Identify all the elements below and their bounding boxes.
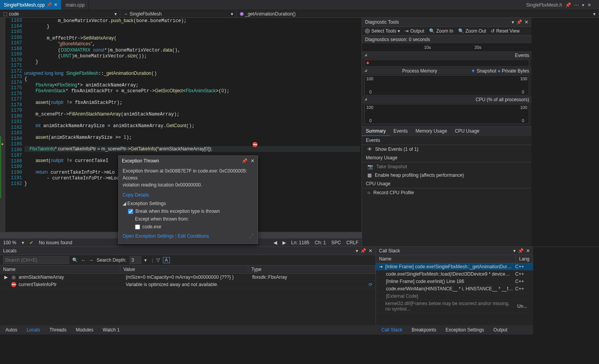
split-icon[interactable]: ⋯	[574, 2, 579, 8]
close-icon[interactable]: ✕	[525, 19, 528, 25]
col-lang[interactable]: Lang	[516, 255, 533, 263]
events-header[interactable]: Events	[362, 52, 531, 59]
eol-indicator[interactable]: CRLF	[346, 240, 358, 245]
codeexe-checkbox-row[interactable]: code.exe	[135, 223, 254, 230]
dock-icon[interactable]: ▾	[356, 248, 358, 254]
dock-icon[interactable]: ▾	[512, 19, 514, 25]
bottab-callstack[interactable]: Call Stack	[379, 326, 405, 334]
code-editor[interactable]: ➜ 1163 1164 1165 1166 1167 1168 1169 117…	[0, 18, 362, 247]
chevron-down-icon[interactable]: ▾	[114, 11, 117, 17]
close-icon[interactable]: ✕	[251, 158, 254, 164]
col-name[interactable]: Name	[0, 266, 120, 273]
bottab-output[interactable]: Output	[491, 326, 510, 334]
codeexe-checkbox[interactable]	[135, 224, 140, 229]
enable-heap-row[interactable]: ▦Enable heap profiling (affects performa…	[362, 171, 531, 179]
pin-icon[interactable]: 📌	[516, 19, 522, 25]
bottab-autos[interactable]: Autos	[3, 326, 20, 334]
diag-tab-summary[interactable]: Summary	[362, 127, 390, 136]
edit-conditions-link[interactable]: Edit Conditions	[178, 233, 209, 239]
locals-row[interactable]: ▶◎animStackNameArray{mSize=0 mCapacity=0…	[0, 274, 376, 281]
bottab-modules[interactable]: Modules	[73, 326, 95, 334]
filter-icon[interactable]: ▽	[156, 257, 160, 263]
diag-tab-events[interactable]: Events	[390, 127, 412, 136]
memory-chart[interactable]: 100 100 0 0	[364, 75, 529, 95]
open-exception-settings-link[interactable]: Open Exception Settings	[123, 233, 174, 239]
col-value[interactable]: Value	[120, 266, 248, 273]
breakpoint-margin[interactable]: ➜	[0, 18, 5, 232]
tab-singlefbxmesh-cpp[interactable]: SingleFbxMesh.cpp 📌 ✕	[0, 0, 62, 10]
pin-icon[interactable]: 📌	[47, 2, 52, 7]
pin-icon[interactable]: 📌	[518, 248, 524, 254]
dropdown-icon[interactable]: ▾	[582, 2, 584, 8]
col-type[interactable]: Type	[248, 266, 376, 273]
nav-scope[interactable]: ⬚ code ▾	[0, 10, 120, 17]
expand-icon[interactable]: ▶	[3, 274, 9, 280]
time-ruler[interactable]: 10s 20s	[362, 43, 531, 52]
prev-icon[interactable]: ←	[81, 257, 86, 263]
search-icon[interactable]: 🔍	[72, 257, 78, 263]
show-events-row[interactable]: 👁Show Events (1 of 1)	[362, 145, 531, 154]
cpu-chart[interactable]: 100 100 0 0	[364, 104, 529, 124]
next-icon[interactable]: →	[89, 257, 93, 263]
break-checkbox-row[interactable]: Break when this exception type is thrown	[128, 208, 254, 215]
zoom-out-button[interactable]: 🔍 Zoom Out	[458, 28, 486, 34]
record-cpu-row[interactable]: ○Record CPU Profile	[362, 188, 531, 197]
ch-indicator[interactable]: Ch: 1	[315, 240, 326, 245]
bottab-locals[interactable]: Locals	[24, 326, 43, 334]
ln-indicator[interactable]: Ln: 1185	[291, 240, 310, 245]
nav-prev-icon[interactable]: ◀	[274, 240, 277, 245]
tab-main-cpp[interactable]: main.cpp	[62, 0, 89, 10]
close-icon[interactable]: ✕	[369, 248, 372, 254]
nav-function[interactable]: ⬢ _getAnimationDuration() ▾	[237, 10, 599, 17]
depth-input[interactable]	[130, 256, 141, 264]
refresh-icon[interactable]: ⟳	[369, 282, 372, 287]
resize-grip-icon[interactable]: ⋰	[249, 233, 254, 240]
depth-dropdown-icon[interactable]: ▾	[144, 257, 147, 263]
output-button[interactable]: ⇥ Output	[405, 28, 424, 34]
locals-body[interactable]: ▶◎animStackNameArray{mSize=0 mCapacity=0…	[0, 274, 376, 325]
zoom-level[interactable]: 100 %	[3, 240, 16, 245]
dock-icon[interactable]: ▾	[513, 248, 516, 254]
copy-details-link[interactable]: Copy Details	[123, 192, 149, 198]
zoom-in-button[interactable]: 🔍 Zoom In	[429, 28, 454, 34]
select-tools-button[interactable]: Select Tools ▾	[365, 28, 400, 34]
highlight-toggle[interactable]: A	[163, 257, 170, 263]
nav-class[interactable]: → SingleFbxMesh ▾	[120, 10, 237, 17]
callstack-row[interactable]: code.exe!WinMain(HINSTANCE__ * i, HINSTA…	[376, 285, 533, 293]
event-marker-icon[interactable]: ◆	[366, 60, 369, 65]
events-track[interactable]: ◆	[364, 60, 529, 67]
chevron-down-icon[interactable]: ▾	[231, 11, 233, 17]
callstack-body[interactable]: ➜[Inline Frame] code.exe!SingleFbxMesh::…	[376, 263, 533, 325]
callstack-row[interactable]: kernel32.dll![Frames below may be incorr…	[376, 300, 533, 313]
tab-right-file[interactable]: SingleFbxMesh.h	[526, 2, 562, 8]
collapse-icon[interactable]: ◢	[123, 201, 126, 206]
procmem-header[interactable]: Process Memory ▼ Snapshot ● Private Byte…	[362, 67, 531, 74]
close-icon[interactable]: ✕	[526, 248, 530, 254]
diag-tab-memory[interactable]: Memory Usage	[412, 127, 451, 136]
bottab-threads[interactable]: Threads	[47, 326, 69, 334]
ins-indicator[interactable]: SPC	[331, 240, 341, 245]
bottab-excsettings[interactable]: Exception Settings	[443, 326, 486, 334]
exception-indicator-icon[interactable]: ⛔	[252, 142, 258, 147]
cpu-header[interactable]: CPU (% of all processors)	[362, 96, 531, 103]
pin-icon[interactable]: 📌	[565, 2, 571, 8]
bottab-breakpoints[interactable]: Breakpoints	[409, 326, 438, 334]
issues-label[interactable]: No issues found	[39, 240, 72, 245]
close-icon[interactable]: ✕	[587, 2, 591, 8]
nav-next-icon[interactable]: ▶	[282, 240, 286, 245]
callstack-row[interactable]: [Inline Frame] code.exe!init() Line 186C…	[376, 278, 533, 285]
zoom-dropdown-icon[interactable]: ▾	[22, 240, 24, 245]
col-name[interactable]: Name	[376, 255, 516, 263]
break-checkbox[interactable]	[128, 209, 133, 214]
chevron-down-icon[interactable]: ▾	[593, 11, 596, 17]
callstack-row[interactable]: [External Code]	[376, 293, 533, 300]
callstack-row[interactable]: code.exe!SingleFbxMesh::load(IDirect3DDe…	[376, 271, 533, 278]
close-icon[interactable]: ✕	[54, 2, 57, 7]
pin-icon[interactable]: 📌	[360, 248, 366, 254]
callstack-row[interactable]: ➜[Inline Frame] code.exe!SingleFbxMesh::…	[376, 263, 533, 271]
bottab-watch1[interactable]: Watch 1	[100, 326, 122, 334]
pin-icon[interactable]: 📌	[242, 158, 248, 164]
diag-tab-cpu[interactable]: CPU Usage	[451, 127, 483, 136]
locals-search-input[interactable]	[3, 256, 69, 264]
locals-row[interactable]: ⛔currentTakeInfoPtrVariable is optimized…	[0, 281, 376, 288]
